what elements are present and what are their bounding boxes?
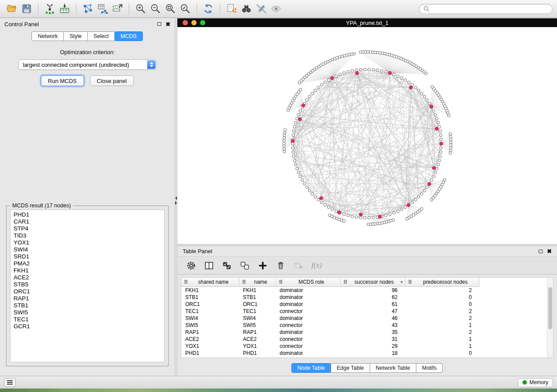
- unselect-all-button[interactable]: [238, 259, 251, 272]
- table-row[interactable]: TEC1TEC1connector472: [181, 308, 479, 315]
- mcds-result-item[interactable]: SWI4: [14, 246, 164, 253]
- tab-edge-table[interactable]: Edge Table: [331, 363, 370, 373]
- network-graph[interactable]: [177, 27, 556, 244]
- zoom-out-button[interactable]: [148, 2, 163, 16]
- tab-motifs[interactable]: Motifs: [416, 363, 443, 373]
- tab-mcds[interactable]: MCDS: [114, 31, 143, 41]
- mcds-result-item[interactable]: PMA2: [14, 260, 164, 267]
- mcds-result-item[interactable]: STB5: [14, 281, 164, 288]
- network-window-titlebar: YPA_prune.txt_1: [177, 18, 557, 27]
- mcds-result-item[interactable]: STB1: [14, 302, 164, 309]
- column-header-MCDS-role[interactable]: MCDS role: [276, 278, 340, 286]
- network-table-button[interactable]: [95, 2, 110, 16]
- column-header-shared-name[interactable]: shared name: [181, 278, 239, 286]
- table-panel-tabs: Node TableEdge TableNetwork TableMotifs: [292, 363, 443, 373]
- float-panel-icon[interactable]: [157, 22, 161, 26]
- close-window-icon[interactable]: [183, 20, 188, 25]
- tab-network-table[interactable]: Network Table: [370, 363, 416, 373]
- save-button[interactable]: [19, 2, 34, 16]
- mcds-result-title: MCDS result (17 nodes): [10, 203, 73, 209]
- zoom-fit-button[interactable]: [163, 2, 178, 16]
- collapse-right-icon[interactable]: [175, 201, 177, 205]
- table-cell: YOX1: [239, 343, 276, 350]
- table-cell: RAP1: [239, 329, 276, 336]
- close-panel-button[interactable]: Close panel: [90, 76, 134, 86]
- mcds-result-item[interactable]: GCR1: [14, 323, 164, 330]
- table-row[interactable]: RAP1RAP1dominator352: [181, 329, 479, 336]
- mcds-result-list[interactable]: PHD1CAR1STP4TID3YOX1SWI4SRD1PMA2FKH1ACE2…: [10, 210, 165, 362]
- function-builder-button[interactable]: f(x): [311, 261, 322, 270]
- export-image-button[interactable]: [110, 2, 125, 16]
- mcds-result-item[interactable]: TEC1: [14, 316, 164, 323]
- run-mcds-button[interactable]: Run MCDS: [41, 76, 84, 86]
- table-row[interactable]: ACE2ACE2connector311: [181, 336, 479, 343]
- status-bar: Memory: [0, 376, 557, 389]
- memory-button[interactable]: Memory: [518, 378, 553, 387]
- table-row[interactable]: FKH1FKH1dominator962: [181, 286, 479, 294]
- table-cell: 2: [405, 329, 479, 336]
- table-scrollbar-thumb[interactable]: [548, 287, 552, 329]
- column-header-successor-nodes[interactable]: successor nodes▾: [340, 278, 405, 286]
- zoom-out-icon: [150, 3, 161, 14]
- close-table-panel-icon[interactable]: ✖: [547, 248, 552, 254]
- binoculars-button[interactable]: [239, 2, 254, 16]
- table-row[interactable]: STB1STB1dominator620: [181, 294, 479, 301]
- mcds-result-item[interactable]: STP4: [14, 225, 164, 232]
- tab-select[interactable]: Select: [87, 31, 115, 41]
- columns-button[interactable]: [202, 259, 215, 272]
- trash-button[interactable]: [274, 259, 287, 272]
- zoom-in-icon: [135, 3, 146, 14]
- zoom-in-button[interactable]: [133, 2, 148, 16]
- table-cell: 2: [405, 286, 479, 294]
- mcds-result-item[interactable]: TID3: [14, 232, 164, 239]
- select-all-button[interactable]: [220, 259, 233, 272]
- tab-style[interactable]: Style: [63, 31, 88, 41]
- new-network-button[interactable]: [80, 2, 95, 16]
- mcds-result-item[interactable]: ACE2: [14, 274, 164, 281]
- import-network-button[interactable]: [42, 2, 57, 16]
- table-row[interactable]: SWI5SWI5connector431: [181, 322, 479, 329]
- criterion-dropdown[interactable]: largest connected component (undirected): [18, 59, 156, 70]
- import-disabled-button[interactable]: [292, 259, 305, 272]
- eye-button[interactable]: [269, 2, 284, 16]
- mcds-result-item[interactable]: CAR1: [14, 218, 164, 225]
- table-scrollbar[interactable]: [547, 278, 553, 358]
- network-canvas[interactable]: [177, 27, 557, 244]
- open-folder-button[interactable]: [4, 2, 19, 16]
- close-panel-icon[interactable]: ✖: [166, 21, 170, 27]
- zoom-selected-button[interactable]: [178, 2, 193, 16]
- mcds-result-item[interactable]: PHD1: [14, 211, 164, 218]
- float-table-panel-icon[interactable]: [539, 250, 543, 253]
- binoculars-icon: [241, 3, 252, 14]
- column-header-name[interactable]: name: [239, 278, 276, 286]
- import-table-button[interactable]: [57, 2, 72, 16]
- collapse-left-icon[interactable]: [175, 196, 177, 200]
- search-box[interactable]: [419, 4, 553, 14]
- share-document-button[interactable]: [224, 2, 239, 16]
- maximize-window-icon[interactable]: [200, 20, 205, 25]
- painter-button[interactable]: [254, 2, 269, 16]
- table-cell: 2: [405, 308, 479, 315]
- tab-node-table[interactable]: Node Table: [291, 363, 331, 373]
- gear-button[interactable]: [184, 259, 197, 272]
- minimize-window-icon[interactable]: [191, 20, 197, 25]
- memory-label: Memory: [529, 379, 548, 385]
- refresh-button[interactable]: [201, 2, 216, 16]
- mcds-result-item[interactable]: YOX1: [14, 239, 164, 246]
- mcds-result-item[interactable]: FKH1: [14, 267, 164, 274]
- mcds-result-item[interactable]: RAP1: [14, 295, 164, 302]
- table-row[interactable]: SWI4SWI4dominator462: [181, 315, 479, 322]
- eye-icon: [270, 3, 282, 14]
- column-header-predecessor-nodes[interactable]: predecessor nodes: [405, 278, 479, 286]
- table-row[interactable]: YOX1YOX1connector291: [181, 343, 479, 350]
- tab-network[interactable]: Network: [31, 31, 64, 41]
- table-cell: dominator: [276, 294, 340, 301]
- table-row[interactable]: ORC1ORC1dominator610: [181, 301, 479, 308]
- add-row-button[interactable]: [256, 259, 269, 272]
- search-input[interactable]: [432, 6, 548, 12]
- panel-menu-button[interactable]: [4, 378, 16, 387]
- mcds-result-item[interactable]: SRD1: [14, 253, 164, 260]
- mcds-result-item[interactable]: SWI5: [14, 309, 164, 316]
- mcds-result-item[interactable]: ORC1: [14, 288, 164, 295]
- table-row[interactable]: PHD1PHD1dominator180: [181, 350, 479, 357]
